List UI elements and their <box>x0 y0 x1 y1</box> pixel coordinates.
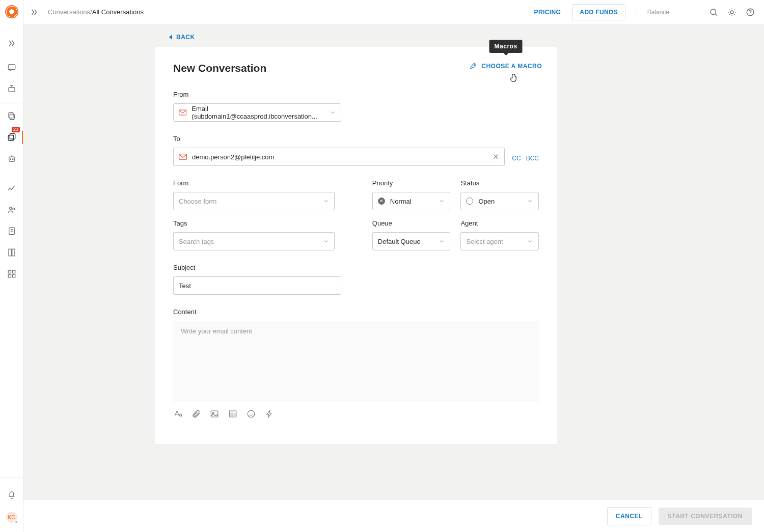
tags-placeholder: Search tags <box>179 238 214 245</box>
priority-label: Priority <box>372 179 451 187</box>
sidebar-item-people[interactable] <box>0 202 23 217</box>
presence-dot <box>14 520 18 524</box>
main-canvas: BACK Macros CHOOSE A MACRO New Conversat… <box>23 24 764 532</box>
back-arrow-icon <box>169 35 172 40</box>
svg-rect-4 <box>8 135 14 141</box>
emoji-icon[interactable] <box>247 409 256 418</box>
status-value: Open <box>478 198 495 205</box>
svg-rect-16 <box>8 275 11 277</box>
sidebar-badge: 23 <box>12 127 20 132</box>
svg-rect-13 <box>12 249 14 256</box>
breadcrumb-current[interactable]: All Conversations <box>92 8 144 16</box>
svg-rect-1 <box>9 88 15 92</box>
format-text-icon[interactable] <box>173 409 182 418</box>
svg-rect-15 <box>12 270 15 273</box>
add-funds-button[interactable]: ADD FUNDS <box>572 4 625 20</box>
image-icon[interactable] <box>210 409 219 418</box>
chevron-down-icon <box>323 238 329 244</box>
back-button[interactable]: BACK <box>169 34 195 41</box>
content-placeholder: Write your email content <box>181 327 252 335</box>
subject-input[interactable]: Test <box>173 276 341 295</box>
footer: CANCEL START CONVERSATION <box>23 499 764 532</box>
pricing-link[interactable]: PRICING <box>534 9 561 16</box>
sidebar-item-chat[interactable] <box>0 60 23 75</box>
sidebar-item-bookmark[interactable] <box>0 245 23 260</box>
collapse-breadcrumb-icon[interactable] <box>30 8 39 17</box>
rocket-icon <box>470 62 477 70</box>
breadcrumb-root[interactable]: Conversations <box>48 8 90 16</box>
priority-select[interactable]: ✕ Normal <box>372 192 451 210</box>
help-icon[interactable] <box>746 8 755 17</box>
svg-point-10 <box>12 208 14 210</box>
svg-point-9 <box>9 207 12 210</box>
priority-icon: ✕ <box>378 198 385 205</box>
attachment-icon[interactable] <box>192 409 201 418</box>
svg-rect-24 <box>211 411 218 417</box>
content-editor[interactable]: Write your email content <box>173 321 539 402</box>
table-icon[interactable] <box>228 409 237 418</box>
sidebar-item-bot[interactable] <box>0 81 23 97</box>
svg-rect-12 <box>9 249 11 256</box>
sidebar-item-analytics[interactable] <box>0 181 23 196</box>
chevron-down-icon <box>527 198 533 204</box>
choose-macro-label: CHOOSE A MACRO <box>481 63 542 70</box>
priority-value: Normal <box>390 198 412 205</box>
mail-icon <box>179 154 187 160</box>
chevron-down-icon <box>439 238 445 244</box>
status-icon <box>466 198 473 205</box>
svg-rect-6 <box>9 157 14 161</box>
cc-link[interactable]: CC <box>512 155 521 162</box>
sidebar-item-copy[interactable] <box>0 108 23 124</box>
avatar-initials: KC <box>8 515 15 520</box>
svg-point-18 <box>711 9 716 15</box>
content-label: Content <box>173 308 539 316</box>
svg-rect-17 <box>12 275 15 277</box>
svg-point-27 <box>248 410 255 417</box>
form-label: Form <box>173 179 335 187</box>
cancel-button[interactable]: CANCEL <box>607 507 651 525</box>
form-placeholder: Choose form <box>179 198 216 205</box>
svg-rect-0 <box>8 65 15 70</box>
queue-value: Default Queue <box>378 238 421 245</box>
chevron-down-icon <box>527 238 533 244</box>
agent-select[interactable]: Select agent <box>460 232 539 250</box>
from-select[interactable]: Email (subdomain1@ccaasprod.ibconversati… <box>173 103 341 122</box>
chevron-down-icon <box>330 109 336 116</box>
to-value: demo.person2@pletilje.com <box>192 153 274 161</box>
editor-toolbar <box>173 409 539 418</box>
avatar[interactable]: KC <box>6 512 17 523</box>
brand-logo <box>5 5 18 18</box>
sidebar-item-robot[interactable] <box>0 151 23 166</box>
clear-icon[interactable]: ✕ <box>493 152 499 161</box>
search-icon[interactable] <box>709 8 718 17</box>
to-input[interactable]: demo.person2@pletilje.com ✕ <box>173 148 505 166</box>
balance-label: Balance <box>637 9 669 16</box>
queue-select[interactable]: Default Queue <box>372 232 451 250</box>
start-conversation-button[interactable]: START CONVERSATION <box>659 508 752 525</box>
svg-rect-23 <box>179 154 187 160</box>
svg-rect-5 <box>10 134 15 139</box>
status-select[interactable]: Open <box>460 192 539 210</box>
sidebar-item-grid[interactable] <box>0 266 23 282</box>
chevron-down-icon <box>439 198 445 204</box>
svg-rect-26 <box>229 411 236 417</box>
subject-label: Subject <box>173 264 341 271</box>
new-conversation-card: Macros CHOOSE A MACRO New Conversation F… <box>155 47 557 444</box>
sidebar-item-notifications[interactable] <box>0 487 23 502</box>
agent-placeholder: Select agent <box>466 238 503 245</box>
choose-macro-link[interactable]: Macros CHOOSE A MACRO <box>470 62 542 70</box>
from-value: Email (subdomain1@ccaasprod.ibconversati… <box>192 105 330 120</box>
macros-tooltip: Macros <box>489 40 523 53</box>
sidebar-item-notebook[interactable] <box>0 223 23 239</box>
bolt-icon[interactable] <box>265 409 274 418</box>
mail-icon <box>179 109 186 116</box>
tags-select[interactable]: Search tags <box>173 232 335 250</box>
sidebar: 23 KC <box>0 0 23 532</box>
form-select[interactable]: Choose form <box>173 192 335 210</box>
expand-sidebar-icon[interactable] <box>0 36 23 51</box>
status-label: Status <box>460 179 539 187</box>
theme-icon[interactable] <box>727 8 736 17</box>
bcc-link[interactable]: BCC <box>526 155 539 162</box>
sidebar-item-conversations[interactable]: 23 <box>0 130 23 145</box>
queue-label: Queue <box>372 219 451 227</box>
